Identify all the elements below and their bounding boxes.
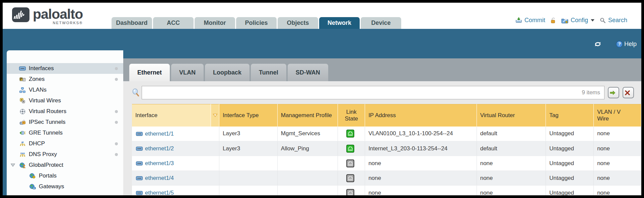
cell-interface-type: Layer3: [219, 127, 278, 141]
col-header-tag[interactable]: Tag: [546, 104, 594, 127]
lock-icon: [550, 17, 556, 23]
brand-subtitle: NETWORKS®: [53, 21, 83, 25]
nav-tab-dashboard[interactable]: Dashboard: [112, 17, 152, 29]
main-panel: EthernetVLANLoopbackTunnelSD-WAN 9 items: [123, 58, 641, 195]
ethernet-port-icon: [136, 161, 143, 166]
portals-icon: [29, 173, 36, 179]
cell-tag: Untagged: [546, 127, 594, 141]
link-up-icon: [346, 145, 354, 153]
interface-link[interactable]: ethernet1/4: [145, 175, 174, 181]
nav-tab-acc[interactable]: ACC: [153, 17, 194, 29]
subtab-loopback[interactable]: Loopback: [205, 64, 249, 81]
config-menu-button[interactable]: Config: [561, 17, 595, 24]
sidebar-item-globalprotect[interactable]: GlobalProtect: [7, 160, 123, 170]
expand-triangle-icon[interactable]: [11, 163, 15, 167]
sidebar-item-label: GlobalProtect: [29, 162, 123, 168]
dns-proxy-icon: DNS: [19, 152, 26, 157]
interface-link[interactable]: ethernet1/5: [145, 190, 174, 195]
column-label: Interface Type: [223, 112, 259, 118]
interface-link[interactable]: ethernet1/3: [145, 160, 174, 166]
subtab-vlan[interactable]: VLAN: [171, 64, 204, 81]
help-button[interactable]: ? Help: [616, 41, 637, 48]
arrow-submit-icon: [610, 90, 616, 96]
sidebar-item-label: Gateways: [39, 183, 123, 190]
refresh-icon[interactable]: [594, 41, 602, 47]
cell-ip-address: none: [365, 156, 477, 171]
commit-button[interactable]: Commit: [515, 17, 545, 24]
cell-tag: Untagged: [546, 186, 594, 196]
sidebar-item-gateways[interactable]: Gateways: [7, 181, 123, 192]
interface-subtabs: EthernetVLANLoopbackTunnelSD-WAN: [123, 58, 641, 81]
col-header-link-state[interactable]: Link State: [338, 104, 365, 127]
sidebar-item-virtual-wires[interactable]: Virtual Wires: [7, 95, 123, 106]
filter-input[interactable]: [142, 89, 582, 96]
sidebar-item-zones[interactable]: Zones: [7, 74, 123, 85]
sidebar-item-label: DHCP: [29, 140, 115, 147]
clear-filter-button[interactable]: [623, 87, 634, 98]
subtab-sd-wan[interactable]: SD-WAN: [288, 64, 328, 81]
col-header-management-profile[interactable]: Management Profile: [277, 104, 338, 127]
apply-filter-button[interactable]: [608, 87, 619, 98]
sidebar-item-label: VLANs: [29, 87, 123, 93]
table-header-row: InterfaceInterface TypeManagement Profil…: [132, 104, 641, 127]
sidebar-item-dhcp[interactable]: IPDHCP: [7, 138, 123, 149]
column-label: Virtual Router: [480, 112, 515, 118]
sort-triangle-icon: [213, 113, 218, 117]
sidebar-item-label: DNS Proxy: [29, 151, 115, 158]
col-header-interface[interactable]: Interface: [132, 104, 211, 127]
config-label: Config: [571, 17, 588, 24]
interface-link[interactable]: ethernet1/2: [145, 145, 174, 152]
virtual-wires-icon: [19, 98, 26, 103]
nav-tab-device[interactable]: Device: [361, 17, 401, 29]
cell-link-state: [338, 141, 365, 156]
interface-link[interactable]: ethernet1/1: [145, 131, 174, 137]
link-down-icon: [346, 189, 354, 196]
cell-vlan-wire: none: [594, 127, 641, 141]
subtab-ethernet[interactable]: Ethernet: [129, 64, 170, 81]
col-header-ip-address[interactable]: IP Address: [365, 104, 477, 127]
sidebar-item-virtual-routers[interactable]: Virtual Routers: [7, 106, 123, 117]
sidebar-item-gre-tunnels[interactable]: GRE Tunnels: [7, 128, 123, 138]
col-header-interface-type[interactable]: Interface Type: [219, 104, 278, 127]
options-dot-icon: [115, 121, 118, 124]
options-dot-icon: [115, 67, 118, 70]
help-label: Help: [624, 41, 637, 48]
sidebar-item-dns-proxy[interactable]: DNSDNS Proxy: [7, 149, 123, 160]
sidebar-item-ipsec-tunnels[interactable]: IPSec Tunnels: [7, 117, 123, 128]
sidebar-item-portals[interactable]: Portals: [7, 170, 123, 181]
column-label: Management Profile: [281, 112, 332, 118]
nav-tab-policies[interactable]: Policies: [236, 17, 277, 29]
gre-tunnels-icon: [19, 131, 26, 135]
sidebar-item-label: Virtual Wires: [29, 97, 123, 104]
paloalto-logo-icon: [12, 7, 29, 22]
filter-bar: 9 items: [123, 81, 641, 104]
table-row: ethernet1/2Layer3Allow_PingInternet_L3_2…: [132, 141, 641, 156]
link-down-icon: [346, 159, 354, 167]
sidebar-item-interfaces[interactable]: Interfaces: [7, 63, 123, 74]
sidebar-item-vlans[interactable]: VLANs: [7, 85, 123, 95]
cell-virtual-router: none: [477, 186, 546, 196]
cell-management-profile: Allow_Ping: [277, 141, 338, 156]
cell-tag: Untagged: [546, 156, 594, 171]
search-icon: [600, 17, 606, 23]
column-label: IP Address: [368, 112, 396, 118]
clear-icon: [625, 90, 630, 96]
nav-tab-network[interactable]: Network: [319, 17, 360, 29]
brand-logo: paloalto NETWORKS®: [12, 7, 83, 25]
commit-label: Commit: [524, 17, 545, 24]
col-header-virtual-router[interactable]: Virtual Router: [477, 104, 546, 127]
cell-ip-address: none: [365, 186, 477, 196]
lock-button[interactable]: [550, 17, 556, 23]
sidebar-item-label: Portals: [39, 172, 123, 179]
nav-tab-objects[interactable]: Objects: [278, 17, 318, 29]
col-header-vlan-v-wire[interactable]: VLAN / V Wire: [594, 104, 641, 127]
cell-link-state: [338, 186, 365, 196]
column-label: Link State: [345, 109, 358, 122]
col-header-column-menu[interactable]: [211, 104, 219, 127]
cell-interface: ethernet1/1: [132, 127, 219, 141]
items-count: 9 items: [582, 89, 600, 96]
vlans-icon: [19, 87, 26, 93]
search-button[interactable]: Search: [600, 17, 627, 24]
nav-tab-monitor[interactable]: Monitor: [195, 17, 235, 29]
subtab-tunnel[interactable]: Tunnel: [251, 64, 286, 81]
